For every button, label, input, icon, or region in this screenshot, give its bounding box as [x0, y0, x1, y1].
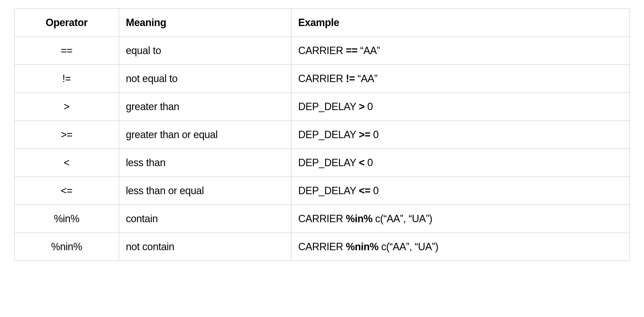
example-before: DEP_DELAY [298, 157, 359, 168]
cell-example: CARRIER %nin% c(“AA”, “UA”) [291, 233, 630, 261]
cell-meaning: less than [119, 149, 291, 177]
table-row: == equal to CARRIER == “AA” [14, 37, 630, 65]
example-operator: %in% [346, 213, 372, 224]
table-row: >= greater than or equal DEP_DELAY >= 0 [14, 121, 630, 149]
cell-operator: < [14, 149, 119, 177]
cell-example: DEP_DELAY < 0 [291, 149, 630, 177]
example-operator: <= [359, 185, 370, 196]
cell-operator: != [14, 65, 119, 93]
cell-meaning: less than or equal [119, 177, 291, 205]
example-before: DEP_DELAY [298, 101, 359, 112]
table-row: < less than DEP_DELAY < 0 [14, 149, 630, 177]
cell-operator: > [14, 93, 119, 121]
example-before: DEP_DELAY [298, 185, 359, 196]
example-operator: %nin% [346, 241, 379, 252]
cell-meaning: not equal to [119, 65, 291, 93]
example-after: 0 [365, 157, 373, 168]
cell-meaning: greater than [119, 93, 291, 121]
table-row: != not equal to CARRIER != “AA” [14, 65, 630, 93]
cell-meaning: contain [119, 205, 291, 233]
example-before: DEP_DELAY [298, 129, 359, 140]
header-operator: Operator [14, 9, 119, 37]
cell-meaning: greater than or equal [119, 121, 291, 149]
cell-operator: >= [14, 121, 119, 149]
cell-example: DEP_DELAY <= 0 [291, 177, 630, 205]
example-after: 0 [370, 129, 379, 140]
table-header-row: Operator Meaning Example [14, 9, 630, 37]
cell-meaning: not contain [119, 233, 291, 261]
header-example: Example [291, 9, 630, 37]
example-after: 0 [370, 185, 379, 196]
example-before: CARRIER [298, 213, 346, 224]
example-operator: > [359, 101, 365, 112]
example-operator: < [359, 157, 365, 168]
cell-example: DEP_DELAY > 0 [291, 93, 630, 121]
example-operator: != [346, 73, 355, 84]
header-meaning: Meaning [119, 9, 291, 37]
cell-operator: == [14, 37, 119, 65]
cell-operator: <= [14, 177, 119, 205]
example-after: c(“AA”, “UA”) [378, 241, 438, 252]
example-after: c(“AA”, “UA”) [372, 213, 432, 224]
example-after: “AA” [355, 73, 378, 84]
example-before: CARRIER [298, 241, 346, 252]
table-row: <= less than or equal DEP_DELAY <= 0 [14, 177, 630, 205]
cell-operator: %nin% [14, 233, 119, 261]
example-before: CARRIER [298, 73, 346, 84]
table-body: == equal to CARRIER == “AA” != not equal… [14, 37, 630, 261]
cell-operator: %in% [14, 205, 119, 233]
example-operator: >= [359, 129, 370, 140]
cell-meaning: equal to [119, 37, 291, 65]
example-after: 0 [365, 101, 373, 112]
example-operator: == [346, 45, 357, 56]
table-row: %nin% not contain CARRIER %nin% c(“AA”, … [14, 233, 630, 261]
cell-example: CARRIER != “AA” [291, 65, 630, 93]
cell-example: CARRIER == “AA” [291, 37, 630, 65]
example-after: “AA” [357, 45, 380, 56]
example-before: CARRIER [298, 45, 346, 56]
operators-table: Operator Meaning Example == equal to CAR… [14, 8, 630, 261]
table-row: %in% contain CARRIER %in% c(“AA”, “UA”) [14, 205, 630, 233]
cell-example: CARRIER %in% c(“AA”, “UA”) [291, 205, 630, 233]
table-row: > greater than DEP_DELAY > 0 [14, 93, 630, 121]
cell-example: DEP_DELAY >= 0 [291, 121, 630, 149]
